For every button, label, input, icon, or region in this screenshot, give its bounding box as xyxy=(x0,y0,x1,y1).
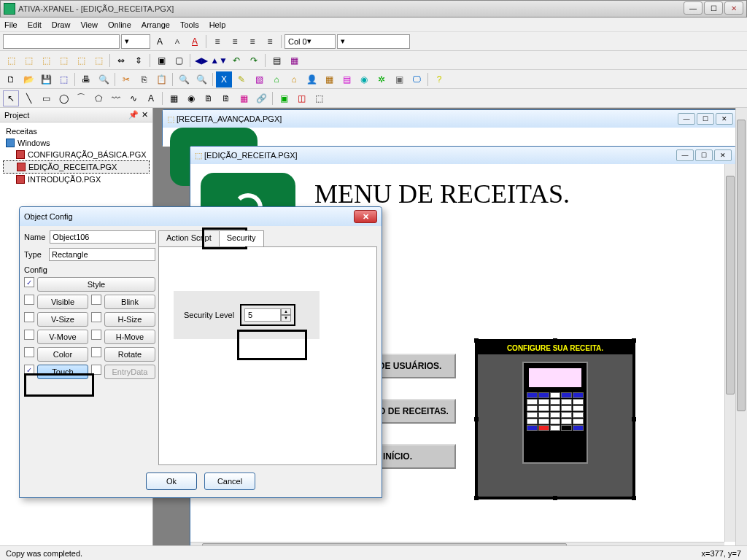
spin-down-button[interactable]: ▼ xyxy=(281,315,291,322)
type-input[interactable] xyxy=(49,248,155,261)
mdi-minimize-icon[interactable]: — xyxy=(676,149,694,161)
font-color-icon[interactable]: A xyxy=(187,34,203,50)
align-tool-icon[interactable]: ⬚ xyxy=(73,52,89,69)
vsize-button[interactable]: V-Size xyxy=(37,312,88,327)
mdi-titlebar[interactable]: ⬚ [RECEITA_AVANÇADA.PGX] — ☐ ✕ xyxy=(163,110,738,128)
scrollbar-vertical[interactable] xyxy=(735,108,747,560)
vmove-button[interactable]: V-Move xyxy=(37,330,88,344)
ellipse-icon[interactable]: ◯ xyxy=(55,90,71,106)
name-input[interactable] xyxy=(50,230,156,244)
hmove-button[interactable]: H-Move xyxy=(104,330,155,344)
mdi-titlebar[interactable]: ⬚ [EDIÇÃO_RECEITA.PGX] — ☐ ✕ xyxy=(190,147,736,164)
security-level-input[interactable] xyxy=(244,308,281,322)
distribute-v-icon[interactable]: ⇕ xyxy=(131,52,147,69)
tree-item[interactable]: INTRODUÇÃO.PGX xyxy=(3,174,150,185)
close-button[interactable]: ✕ xyxy=(724,1,743,15)
tool-icon[interactable]: ▤ xyxy=(338,71,355,88)
menu-draw[interactable]: Draw xyxy=(52,20,71,29)
tab-action-script[interactable]: Action Script xyxy=(158,230,220,246)
image-icon[interactable]: ▣ xyxy=(276,90,292,106)
visible-button[interactable]: Visible xyxy=(37,295,88,309)
table-icon[interactable]: ▦ xyxy=(236,90,252,106)
tool-icon[interactable]: ▦ xyxy=(321,71,337,88)
visible-checkbox[interactable] xyxy=(24,295,34,305)
maximize-button[interactable]: ☐ xyxy=(704,1,723,15)
resize-handle[interactable] xyxy=(474,338,479,343)
align-justify-icon[interactable]: ≡ xyxy=(262,34,278,50)
entrydata-button[interactable]: EntryData xyxy=(104,365,155,379)
font-family-select[interactable] xyxy=(3,34,120,49)
close-panel-icon[interactable]: ✕ xyxy=(142,110,148,120)
polygon-icon[interactable]: ⬠ xyxy=(90,90,107,106)
mdi-close-icon[interactable]: ✕ xyxy=(716,113,733,125)
decrease-font-icon[interactable]: A xyxy=(169,34,185,50)
style-button[interactable]: Style xyxy=(37,277,155,292)
blink-checkbox[interactable] xyxy=(91,295,101,305)
align-left-icon[interactable]: ≡ xyxy=(209,34,225,50)
align-tool-icon[interactable]: ⬚ xyxy=(3,52,19,69)
ok-button[interactable]: Ok xyxy=(146,472,197,490)
flip-v-icon[interactable]: ▲▼ xyxy=(211,52,227,69)
align-tool-icon[interactable]: ⬚ xyxy=(20,52,36,69)
menu-file[interactable]: File xyxy=(4,20,18,29)
print-icon[interactable]: 🖶 xyxy=(78,71,94,88)
tab-security[interactable]: Security xyxy=(219,230,264,246)
color-checkbox[interactable] xyxy=(24,347,34,357)
tool-icon[interactable]: ⌂ xyxy=(268,71,285,88)
cut-icon[interactable]: ✂ xyxy=(118,71,134,88)
save-icon[interactable]: 💾 xyxy=(38,71,54,88)
color-button[interactable]: Color xyxy=(37,347,88,362)
menu-edit[interactable]: Edit xyxy=(28,20,42,29)
resize-handle[interactable] xyxy=(632,496,636,500)
rotate-button[interactable]: Rotate xyxy=(104,347,155,362)
chart-icon[interactable]: ◫ xyxy=(293,90,309,106)
mdi-maximize-icon[interactable]: ☐ xyxy=(695,149,713,161)
curve-icon[interactable]: ∿ xyxy=(125,90,142,106)
spin-up-button[interactable]: ▲ xyxy=(281,308,291,315)
link-icon[interactable]: 🔗 xyxy=(253,90,269,106)
document-icon[interactable]: 🗎 xyxy=(218,90,234,106)
tool-icon[interactable]: 🖵 xyxy=(409,71,425,88)
font-size-select[interactable]: ▾ xyxy=(121,34,150,49)
hmove-checkbox[interactable] xyxy=(91,330,101,340)
touch-checkbox[interactable]: ✓ xyxy=(24,365,34,375)
vsize-checkbox[interactable] xyxy=(24,312,34,322)
path-icon[interactable]: 〰 xyxy=(108,90,124,106)
flip-h-icon[interactable]: ◀▶ xyxy=(193,52,209,69)
tree-item[interactable]: EDIÇÃO_RECEITA.PGX xyxy=(3,160,150,174)
pointer-icon[interactable]: ↖ xyxy=(3,90,19,106)
align-right-icon[interactable]: ≡ xyxy=(244,34,260,50)
dialog-close-button[interactable]: ✕ xyxy=(354,210,377,223)
tool-icon[interactable]: X xyxy=(216,71,232,88)
resize-handle[interactable] xyxy=(553,496,557,500)
pin-icon[interactable]: 📌 xyxy=(128,110,139,120)
grid-icon[interactable]: ▦ xyxy=(286,52,302,69)
vmove-checkbox[interactable] xyxy=(24,330,34,340)
style-checkbox[interactable]: ✓ xyxy=(24,277,34,287)
dialog-titlebar[interactable]: Object Config ✕ xyxy=(20,207,382,226)
tool-icon[interactable]: ✎ xyxy=(233,71,249,88)
rotate-right-icon[interactable]: ↷ xyxy=(246,52,262,69)
menu-online[interactable]: Online xyxy=(108,20,131,29)
document-icon[interactable]: 🗎 xyxy=(201,90,217,106)
resize-handle[interactable] xyxy=(474,496,479,500)
arc-icon[interactable]: ⌒ xyxy=(73,90,89,106)
align-tool-icon[interactable]: ⬚ xyxy=(55,52,71,69)
recipe-config-object[interactable]: CONFIGURE SUA RECEITA. xyxy=(475,339,635,499)
object-icon[interactable]: ▦ xyxy=(166,90,182,106)
ungroup-icon[interactable]: ▢ xyxy=(171,52,187,69)
tool-icon[interactable]: ◉ xyxy=(356,71,372,88)
resize-handle[interactable] xyxy=(632,338,636,343)
menu-help[interactable]: Help xyxy=(209,20,226,29)
distribute-h-icon[interactable]: ⇔ xyxy=(113,52,129,69)
tool-icon[interactable]: ▧ xyxy=(251,71,267,88)
align-center-icon[interactable]: ≡ xyxy=(227,34,243,50)
line-icon[interactable]: ╲ xyxy=(20,90,36,106)
tool-icon[interactable]: ▣ xyxy=(391,71,407,88)
rotate-left-icon[interactable]: ↶ xyxy=(228,52,244,69)
cancel-button[interactable]: Cancel xyxy=(204,472,255,490)
help-icon[interactable]: ? xyxy=(431,71,447,88)
touch-button[interactable]: Touch xyxy=(37,365,88,379)
print-preview-icon[interactable]: 🔍 xyxy=(96,71,112,88)
tree-root[interactable]: Receitas xyxy=(3,125,150,137)
